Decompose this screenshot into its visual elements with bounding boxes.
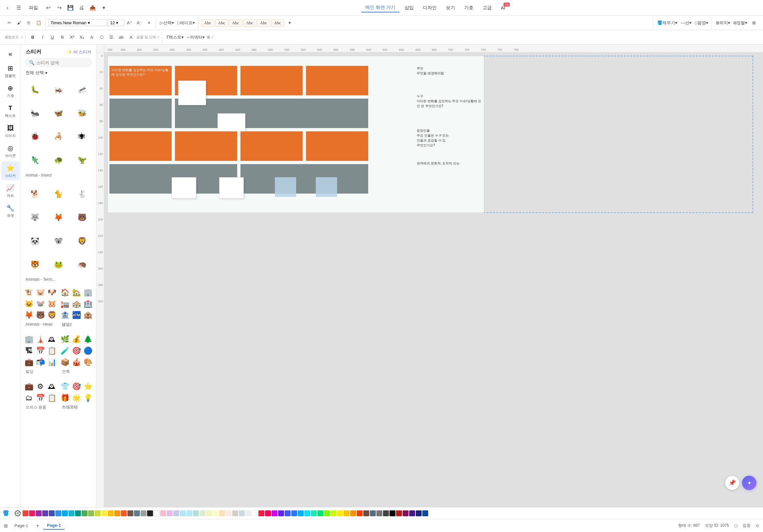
sticker-item[interactable]: ⭐ <box>82 381 93 392</box>
color-swatch[interactable] <box>154 510 160 516</box>
sticker-item[interactable]: 🏡 <box>71 287 82 298</box>
sticker-search-input[interactable] <box>36 60 88 65</box>
pages-icon[interactable]: ⊞ <box>4 523 8 528</box>
color-swatch[interactable] <box>363 510 369 516</box>
position-btn[interactable]: ⊞ 위치 ▾ <box>714 18 731 28</box>
sticker-item[interactable]: 💡 <box>82 392 93 403</box>
sticker-item[interactable]: 🐶 <box>47 287 57 298</box>
sticker-item[interactable]: 🐻 <box>70 206 93 229</box>
block-b11[interactable] <box>241 131 303 161</box>
color-swatch[interactable] <box>331 510 336 516</box>
sticker-item[interactable]: 🏢 <box>82 287 93 298</box>
sticker-item[interactable]: 🗂 <box>24 392 35 403</box>
sticker-item[interactable]: 🦖 <box>70 149 93 172</box>
font-decrease-btn[interactable]: A⁻ <box>135 18 144 28</box>
color-swatch[interactable] <box>42 510 48 516</box>
color-swatch[interactable] <box>29 510 35 516</box>
sticker-item[interactable]: 🐞 <box>24 125 47 148</box>
sidebar-item-icon[interactable]: ◎ 아이콘 <box>1 142 20 160</box>
sticker-item[interactable]: 🐨 <box>47 230 70 253</box>
copy-btn[interactable]: ⎘ <box>24 18 34 28</box>
extra-btn[interactable]: ⊞ <box>749 18 758 28</box>
file-menu[interactable]: 파일 <box>25 4 42 12</box>
color-swatch[interactable] <box>160 510 166 516</box>
print-btn[interactable]: 🖨 <box>77 3 86 13</box>
sidebar-item-widget[interactable]: 🔧 위젯 <box>1 201 20 220</box>
sticker-item[interactable]: 🐭 <box>35 298 46 309</box>
color-swatch[interactable] <box>193 510 199 516</box>
sticker-item[interactable]: 🎁 <box>60 392 71 403</box>
color-swatch[interactable] <box>23 510 29 516</box>
sticker-item[interactable]: 🐮 <box>24 287 35 298</box>
color-swatch[interactable] <box>213 510 219 516</box>
color-swatch[interactable] <box>396 510 402 516</box>
color-swatch[interactable] <box>55 510 61 516</box>
style-abc-4[interactable]: Abc <box>243 19 256 27</box>
sticker-item[interactable]: 👕 <box>60 381 71 392</box>
color-swatch[interactable] <box>88 510 94 516</box>
ai-sticker-btn[interactable]: ✨ AI 스티커 <box>67 49 91 55</box>
sticker-item[interactable]: 📅 <box>35 392 46 403</box>
subscript-btn[interactable]: X₂ <box>77 33 86 42</box>
sticker-item[interactable]: 🎨 <box>82 357 93 368</box>
block-b5[interactable] <box>109 99 172 128</box>
sticker-item[interactable]: 🎪 <box>71 357 82 368</box>
color-swatch[interactable] <box>389 510 395 516</box>
connector-btn[interactable]: ⌐ 커넥터 ▾ <box>186 33 206 42</box>
block-b3[interactable] <box>241 66 303 95</box>
ai-fab-btn[interactable]: ✦ <box>742 476 756 490</box>
sticker-item[interactable]: 🦊 <box>24 310 35 321</box>
sticker-item[interactable]: 📋 <box>47 392 57 403</box>
more-btn[interactable]: ▾ <box>99 3 109 13</box>
style-abc-6[interactable]: Abc <box>271 19 284 27</box>
color-swatch[interactable] <box>317 510 323 516</box>
sidebar-collapse[interactable]: « <box>1 47 20 60</box>
color-swatch[interactable] <box>141 510 147 516</box>
sticker-item[interactable]: ⚙ <box>35 381 46 392</box>
color-swatch[interactable] <box>219 510 225 516</box>
shape-btn[interactable]: □ 세이프 ▾ <box>176 18 196 28</box>
color-swatch[interactable] <box>291 510 297 516</box>
color-swatch[interactable] <box>239 510 245 516</box>
sticker-item[interactable]: 🐯 <box>24 253 47 276</box>
color-swatch[interactable] <box>383 510 389 516</box>
add-page-btn[interactable]: + <box>35 523 40 529</box>
menu-home[interactable]: 메인 화면 가기 <box>361 3 399 12</box>
block-b10[interactable] <box>175 131 237 161</box>
sticker-item[interactable]: 🐛 <box>24 78 47 101</box>
color-swatch[interactable] <box>337 510 343 516</box>
menu-insert[interactable]: 삽입 <box>401 3 418 12</box>
diagram-page[interactable]: 변화 요인 현재 상태 이야기 영향주기 이러한 변화를 강요하는 주요 이슈/… <box>107 56 484 213</box>
color-swatch[interactable] <box>311 510 317 516</box>
hamburger-btn[interactable]: ☰ <box>14 3 24 13</box>
style-abc-1[interactable]: Abc <box>201 19 214 27</box>
color-swatch[interactable] <box>101 510 107 516</box>
sticker-search-bar[interactable]: 🔍 <box>25 58 92 67</box>
color-swatch[interactable] <box>36 510 42 516</box>
sticker-item[interactable]: 📋 <box>47 346 57 357</box>
sticker-item[interactable]: 📦 <box>60 357 71 368</box>
sticker-item[interactable]: 🦔 <box>70 253 93 276</box>
sidebar-item-template[interactable]: ⊞ 템플릿 <box>1 61 20 80</box>
fill-btn[interactable]: 🪣 채우기 ▾ <box>656 18 679 28</box>
sticker-item[interactable]: 🗼 <box>35 334 46 345</box>
color-swatch[interactable] <box>68 510 74 516</box>
color-swatch[interactable] <box>245 510 251 516</box>
sticker-item[interactable]: 🦟 <box>70 78 93 101</box>
sticker-item[interactable]: 🌿 <box>60 334 71 345</box>
sticker-item[interactable]: 🦁 <box>47 310 57 321</box>
sticker-item[interactable]: 🕷 <box>70 125 93 148</box>
sticker-item[interactable]: 🐼 <box>24 230 47 253</box>
nav-back-btn[interactable]: ‹ <box>3 3 12 13</box>
color-swatch[interactable] <box>278 510 284 516</box>
sticker-item[interactable]: 🏦 <box>60 310 71 321</box>
color-swatch[interactable] <box>324 510 330 516</box>
italic-btn[interactable]: I <box>38 33 47 42</box>
superscript-btn[interactable]: X² <box>67 33 77 42</box>
color-swatch[interactable] <box>49 510 55 516</box>
format-painter-btn[interactable]: 🖌 <box>14 18 24 28</box>
color-swatch[interactable] <box>127 510 133 516</box>
sidebar-item-image[interactable]: 🖼 이미지 <box>1 122 20 140</box>
font-selector[interactable]: Times New Roman ▾ <box>48 19 107 26</box>
align-btn[interactable]: ≡ <box>145 18 154 28</box>
